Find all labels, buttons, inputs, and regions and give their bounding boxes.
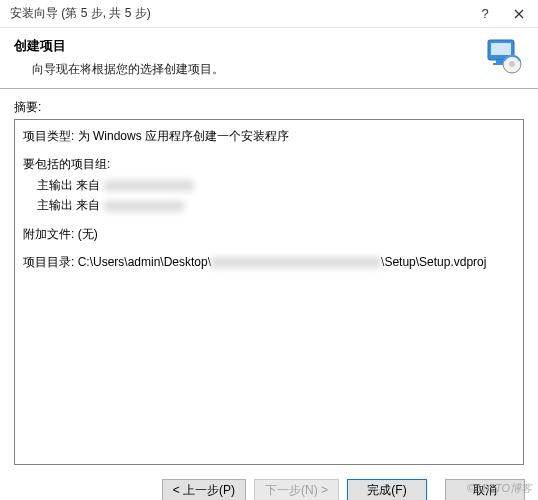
wizard-icon bbox=[484, 36, 524, 76]
content-area: 摘要: 项目类型: 为 Windows 应用程序创建一个安装程序 要包括的项目组… bbox=[0, 89, 538, 465]
summary-textbox[interactable]: 项目类型: 为 Windows 应用程序创建一个安装程序 要包括的项目组: 主输… bbox=[14, 119, 524, 465]
summary-group-item: 主输出 来自 xxxxxxxxx bbox=[23, 195, 515, 215]
window-title: 安装向导 (第 5 步, 共 5 步) bbox=[10, 5, 468, 22]
close-icon bbox=[514, 9, 524, 19]
page-heading: 创建项目 bbox=[14, 38, 524, 55]
finish-button[interactable]: 完成(F) bbox=[347, 479, 427, 500]
page-subtitle: 向导现在将根据您的选择创建项目。 bbox=[32, 61, 524, 78]
summary-groups-label: 要包括的项目组: bbox=[23, 154, 515, 174]
svg-point-7 bbox=[509, 61, 515, 67]
summary-label: 摘要: bbox=[14, 99, 524, 116]
help-button[interactable]: ? bbox=[468, 2, 502, 26]
summary-project-type: 项目类型: 为 Windows 应用程序创建一个安装程序 bbox=[23, 126, 515, 146]
titlebar: 安装向导 (第 5 步, 共 5 步) ? bbox=[0, 0, 538, 28]
svg-rect-3 bbox=[491, 43, 511, 55]
close-button[interactable] bbox=[502, 2, 536, 26]
wizard-header: 创建项目 向导现在将根据您的选择创建项目。 bbox=[0, 28, 538, 84]
back-button[interactable]: < 上一步(P) bbox=[162, 479, 246, 500]
next-button: 下一步(N) > bbox=[254, 479, 339, 500]
summary-additional-files: 附加文件: (无) bbox=[23, 224, 515, 244]
cancel-button[interactable]: 取消 bbox=[445, 479, 525, 500]
button-row: < 上一步(P) 下一步(N) > 完成(F) 取消 bbox=[0, 465, 538, 500]
summary-project-dir: 项目目录: C:\Users\admin\Desktop\xxxxxxxxxxx… bbox=[23, 252, 515, 272]
summary-group-item: 主输出 来自 xxxxxxxxxx bbox=[23, 175, 515, 195]
